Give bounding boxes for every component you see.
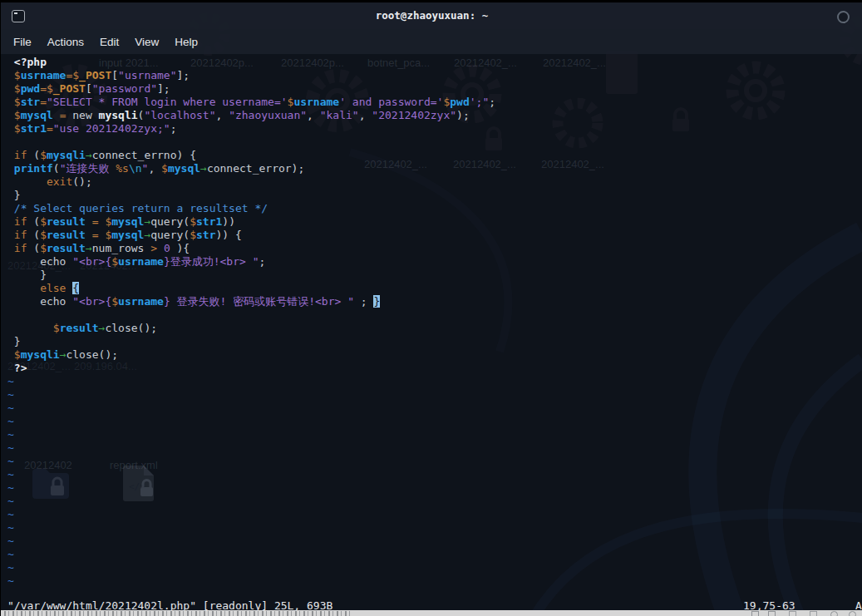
vim-tilde-line: ~ bbox=[7, 455, 495, 468]
vim-tilde-line: ~ bbox=[7, 468, 495, 481]
vim-tilde-line: ~ bbox=[7, 481, 495, 495]
terminal-window: root@zhaoyuxuan: ~ File Actions Edit Vie… bbox=[0, 0, 862, 616]
terminal-viewport[interactable]: </> input 2021...20212402p...20212402p..… bbox=[1, 54, 862, 613]
menu-file[interactable]: File bbox=[13, 36, 32, 48]
code-line: ?> bbox=[7, 362, 495, 375]
vim-tilde-line: ~ bbox=[7, 415, 495, 428]
desktop-icon-label: 20212402_... bbox=[543, 57, 606, 69]
code-line: exit(); bbox=[7, 175, 495, 189]
vim-tilde-line: ~ bbox=[7, 495, 495, 508]
vim-tilde-line: ~ bbox=[7, 508, 495, 521]
code-line: } bbox=[7, 269, 495, 282]
bottom-taskbar-strip[interactable] bbox=[1, 610, 862, 616]
vim-tilde-line: ~ bbox=[7, 402, 495, 415]
taskbar-icon-2[interactable] bbox=[768, 611, 776, 616]
vim-tilde-line: ~ bbox=[7, 428, 495, 441]
menu-view[interactable]: View bbox=[135, 36, 159, 48]
code-area: <?php $usrname=$_POST["usrname"]; $pwd=$… bbox=[7, 56, 495, 588]
menu-edit[interactable]: Edit bbox=[100, 36, 119, 48]
code-line: if ($mysqli→connect_errno) { bbox=[7, 149, 495, 162]
desktop-icon-label: 20212402_... bbox=[541, 158, 604, 170]
code-line: } bbox=[7, 189, 495, 202]
code-line bbox=[7, 308, 495, 322]
taskbar-icon-3[interactable] bbox=[789, 611, 796, 616]
title-bar: root@zhaoyuxuan: ~ bbox=[1, 2, 862, 29]
vim-tilde-line: ~ bbox=[7, 535, 495, 548]
code-line: } bbox=[7, 335, 495, 348]
code-line: $mysql = new mysqli("localhost", "zhaoyu… bbox=[7, 109, 495, 122]
code-line: if ($result→num_rows > 0 ){ bbox=[7, 242, 495, 255]
vim-tilde-line: ~ bbox=[7, 388, 495, 402]
code-line: <?php bbox=[7, 56, 495, 69]
taskbar-icon-5[interactable] bbox=[830, 611, 838, 616]
code-line: if ($result = $mysql→query($str)) { bbox=[7, 229, 495, 242]
taskbar-icon-1[interactable] bbox=[751, 611, 759, 616]
vim-tilde-line: ~ bbox=[7, 561, 495, 574]
vim-tilde-line: ~ bbox=[7, 441, 495, 455]
code-line: $mysqli→close(); bbox=[7, 348, 495, 362]
menu-actions[interactable]: Actions bbox=[47, 36, 84, 48]
code-line: $str1="use 20212402zyx;"; bbox=[7, 122, 495, 136]
code-line: else { bbox=[7, 282, 495, 295]
code-line: printf("连接失败 %s\n", $mysql→connect_error… bbox=[7, 162, 495, 175]
vim-tilde-line: ~ bbox=[7, 548, 495, 561]
taskbar-truncated-text bbox=[4, 611, 353, 616]
window-title: root@zhaoyuxuan: ~ bbox=[1, 2, 862, 29]
code-line: $usrname=$_POST["usrname"]; bbox=[7, 69, 495, 82]
code-line: $str="SELECT * FROM login where username… bbox=[7, 96, 495, 109]
taskbar-icon-4[interactable] bbox=[810, 611, 817, 616]
menu-help[interactable]: Help bbox=[175, 36, 198, 48]
vim-tilde-line: ~ bbox=[7, 521, 495, 535]
window-menu-circle-button[interactable] bbox=[837, 11, 850, 23]
code-line: echo "<br>{$usrname}登录成功!<br> "; bbox=[7, 255, 495, 269]
vim-tilde-line: ~ bbox=[7, 574, 495, 588]
code-line bbox=[7, 136, 495, 149]
code-line: $pwd=$_POST["password"]; bbox=[7, 82, 495, 96]
vim-tilde-line: ~ bbox=[7, 375, 495, 388]
taskbar-icon-6[interactable] bbox=[849, 611, 856, 616]
code-line: if ($result = $mysql→query($str1)) bbox=[7, 215, 495, 229]
code-line: $result→close(); bbox=[7, 322, 495, 335]
code-line: echo "<br>{$usrname} 登录失败! 密码或账号错误!<br> … bbox=[7, 295, 495, 308]
code-line: /* Select queries return a resultset */ bbox=[7, 202, 495, 215]
menu-bar: File Actions Edit View Help bbox=[1, 29, 862, 54]
